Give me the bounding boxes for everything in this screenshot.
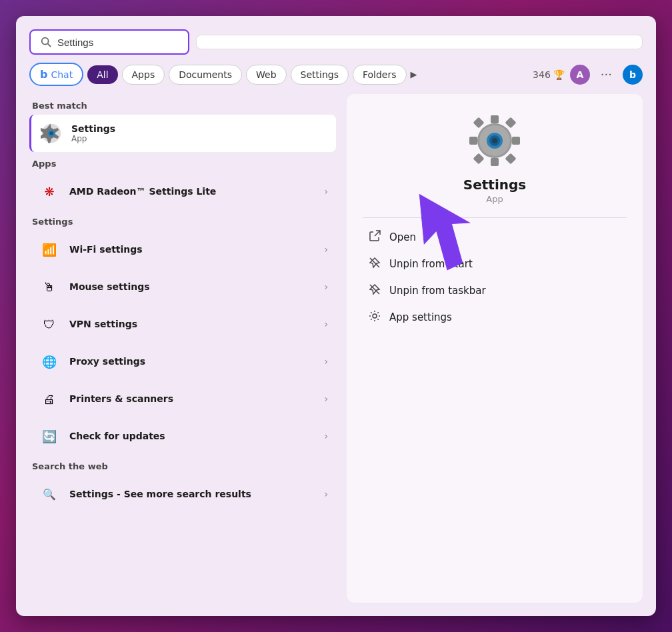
action-app-settings-label: App settings <box>389 311 452 323</box>
printers-name: Printers & scanners <box>69 393 316 404</box>
svg-rect-6 <box>491 158 499 166</box>
svg-line-1 <box>48 44 51 47</box>
tab-all-label: All <box>97 69 108 80</box>
right-panel: Settings App Open <box>347 94 643 603</box>
settings-app-text: Settings App <box>71 123 328 143</box>
web-search-chevron-icon: › <box>324 489 328 499</box>
app-settings-icon <box>368 310 381 325</box>
web-search-text: Settings - See more search results <box>69 489 316 499</box>
tab-apps-label: Apps <box>132 69 155 80</box>
settings-app-icon <box>39 121 63 145</box>
result-web-search[interactable]: 🔍 Settings - See more search results › <box>29 475 336 513</box>
settings-app-name: Settings <box>71 123 328 134</box>
amd-icon: ❋ <box>37 179 61 203</box>
proxy-text: Proxy settings <box>69 356 316 367</box>
tab-folders[interactable]: Folders <box>353 65 407 85</box>
search-input[interactable] <box>57 37 179 48</box>
svg-rect-12 <box>473 153 485 165</box>
proxy-chevron-icon: › <box>324 356 328 367</box>
unpin-start-icon <box>368 257 381 271</box>
amd-text: AMD Radeon™ Settings Lite <box>69 186 316 197</box>
mouse-name: Mouse settings <box>69 281 316 292</box>
svg-point-0 <box>42 38 49 45</box>
search-bar-extended <box>196 35 643 49</box>
tab-chat[interactable]: b Chat <box>29 63 83 86</box>
vpn-icon: 🛡 <box>37 312 61 336</box>
search-count: 346 🏆 <box>533 69 565 80</box>
trophy-icon: 🏆 <box>553 69 565 80</box>
action-open[interactable]: Open <box>368 229 627 246</box>
result-amd-radeon[interactable]: ❋ AMD Radeon™ Settings Lite › <box>29 173 336 210</box>
action-open-label: Open <box>389 231 416 243</box>
result-wifi-settings[interactable]: 📶 Wi-Fi settings › <box>29 231 336 268</box>
svg-rect-5 <box>491 115 499 123</box>
open-icon <box>368 230 381 245</box>
result-mouse-settings[interactable]: 🖱 Mouse settings › <box>29 268 336 305</box>
search-row <box>29 29 643 55</box>
count-number: 346 <box>533 69 551 80</box>
wifi-icon: 📶 <box>37 237 61 261</box>
tab-documents-label: Documents <box>179 69 232 80</box>
svg-rect-7 <box>512 137 520 145</box>
svg-rect-8 <box>469 137 477 145</box>
svg-line-18 <box>375 231 380 236</box>
result-proxy-settings[interactable]: 🌐 Proxy settings › <box>29 343 336 380</box>
printers-chevron-icon: › <box>324 393 328 404</box>
search-icon <box>40 36 52 48</box>
action-unpin-start-label: Unpin from Start <box>389 258 473 270</box>
right-panel-sub: App <box>486 194 503 204</box>
tab-settings[interactable]: Settings <box>291 65 349 85</box>
result-settings-app[interactable]: Settings App <box>29 115 336 152</box>
web-search-icon: 🔍 <box>37 482 61 506</box>
result-check-updates[interactable]: 🔄 Check for updates › <box>29 417 336 455</box>
tab-settings-label: Settings <box>301 69 339 80</box>
updates-name: Check for updates <box>69 431 316 441</box>
tab-web[interactable]: Web <box>246 65 287 85</box>
search-input-box[interactable] <box>29 29 189 55</box>
tab-folders-label: Folders <box>363 69 397 80</box>
svg-rect-9 <box>505 117 517 129</box>
action-app-settings[interactable]: App settings <box>368 309 627 326</box>
tab-documents[interactable]: Documents <box>169 65 242 85</box>
user-avatar[interactable]: A <box>570 65 590 85</box>
update-icon: 🔄 <box>37 424 61 448</box>
tab-apps[interactable]: Apps <box>122 65 165 85</box>
amd-name: AMD Radeon™ Settings Lite <box>69 186 316 197</box>
result-vpn-settings[interactable]: 🛡 VPN settings › <box>29 305 336 343</box>
svg-rect-10 <box>473 117 485 129</box>
updates-chevron-icon: › <box>324 431 328 441</box>
svg-point-4 <box>49 131 53 135</box>
main-content: Best match Settings App <box>29 94 643 603</box>
wifi-name: Wi-Fi settings <box>69 244 316 255</box>
action-unpin-start[interactable]: Unpin from Start <box>368 255 627 273</box>
tab-chat-label: Chat <box>51 69 73 80</box>
section-apps-label: Apps <box>29 152 336 173</box>
vpn-text: VPN settings <box>69 319 316 329</box>
proxy-icon: 🌐 <box>37 349 61 373</box>
section-settings-label: Settings <box>29 210 336 231</box>
mouse-chevron-icon: › <box>324 281 328 292</box>
tab-web-label: Web <box>256 69 277 80</box>
tab-all[interactable]: All <box>87 65 117 84</box>
bing-icon[interactable]: b <box>623 65 643 85</box>
svg-point-21 <box>373 314 377 318</box>
action-unpin-taskbar-label: Unpin from taskbar <box>389 285 486 297</box>
tab-right-section: 346 🏆 A ··· b <box>533 65 643 85</box>
unpin-taskbar-icon <box>368 283 381 298</box>
proxy-name: Proxy settings <box>69 356 316 367</box>
play-icon[interactable]: ▶ <box>411 69 417 79</box>
vpn-chevron-icon: › <box>324 319 328 329</box>
web-search-name: Settings - See more search results <box>69 489 316 499</box>
right-panel-header: Settings App <box>363 114 627 218</box>
wifi-text: Wi-Fi settings <box>69 244 316 255</box>
wifi-chevron-icon: › <box>324 244 328 255</box>
right-panel-title: Settings <box>463 177 526 193</box>
action-unpin-taskbar[interactable]: Unpin from taskbar <box>368 282 627 299</box>
printer-icon: 🖨 <box>37 387 61 411</box>
bing-chat-icon: b <box>40 68 47 81</box>
result-printers[interactable]: 🖨 Printers & scanners › <box>29 380 336 417</box>
search-window: b Chat All Apps Documents Web Settings F… <box>16 16 656 616</box>
settings-app-sub: App <box>71 134 328 143</box>
filter-tabs: b Chat All Apps Documents Web Settings F… <box>29 63 643 86</box>
more-options-button[interactable]: ··· <box>595 65 617 84</box>
